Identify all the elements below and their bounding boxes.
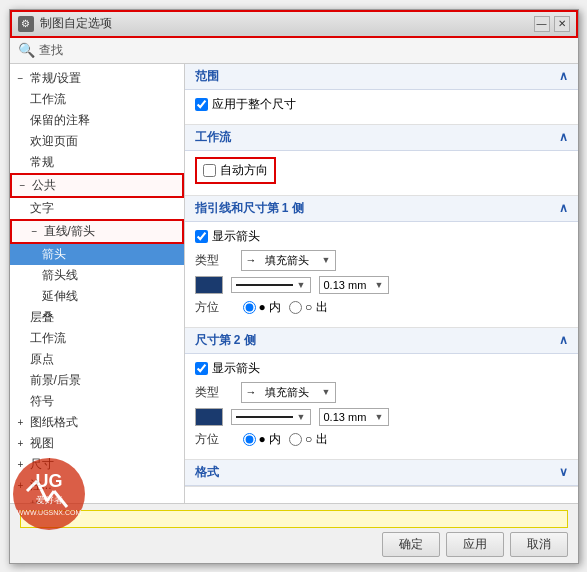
section-header-di1ce: 指引线和尺寸第 1 侧 ∧ [185,196,578,222]
expand-icon: + [18,480,28,491]
arrow-type2-select[interactable]: → 填充箭头 ▼ [241,382,336,403]
tree-item-ge[interactable]: + 格... [10,496,184,503]
tree-label: 欢迎页面 [30,133,78,150]
tree-item-changgui[interactable]: 常规 [10,152,184,173]
expand-icon: − [18,73,28,84]
dropdown-arrow-line2: ▼ [297,412,306,422]
section-title-fanwei: 范围 [195,68,219,85]
type2-row: 类型 → 填充箭头 ▼ [195,382,568,403]
dropdown-arrow-mm2: ▼ [375,412,384,422]
radio-chu2-input[interactable] [289,433,302,446]
tree-label: 层叠 [30,309,54,326]
chevron-up-icon-fanwei: ∧ [559,69,568,83]
tree-item-qianjing-houtai[interactable]: 前景/后景 [10,370,184,391]
section-title-gongzuoliu: 工作流 [195,129,231,146]
position1-label: 方位 [195,299,235,316]
tree-item-changgui-settings[interactable]: − 常规/设置 [10,68,184,89]
tree-label: 工作流 [30,330,66,347]
section-geshi: 格式 ∨ [185,460,578,487]
search-bar: 🔍 查找 [10,38,578,64]
color-swatch1[interactable] [195,276,223,294]
tree-item-yanshen-xian[interactable]: 延伸线 [10,286,184,307]
tree-item-tuzhigeshi[interactable]: + 图纸格式 [10,412,184,433]
tree-item-fuhao[interactable]: 符号 [10,391,184,412]
section-content-di1ce: 显示箭头 类型 → 填充箭头 ▼ ▼ [185,222,578,327]
mm1-select[interactable]: 0.13 mm ▼ [319,276,389,294]
radio-nei2-input[interactable] [243,433,256,446]
search-icon: 🔍 [18,42,35,58]
tree-item-gongzuoliu2[interactable]: 工作流 [10,328,184,349]
line-style1-select[interactable]: ▼ [231,277,311,293]
tree-label: 保留的注释 [30,112,90,129]
tree-label: 文字 [30,200,54,217]
tree-item-gonggong[interactable]: − 公共 [10,173,184,198]
mm2-select[interactable]: 0.13 mm ▼ [319,408,389,426]
section-title-geshi: 格式 [195,464,219,481]
tree-item-jiantou[interactable]: 箭头 [10,244,184,265]
show-arrow1-checkbox[interactable] [195,230,208,243]
tree-item-zhu[interactable]: + 注... [10,475,184,496]
position2-row: 方位 ● 内 ○ 出 [195,431,568,448]
section-content-gongzuoliu: 自动方向 [185,151,578,195]
tree-item-baocun-zhushi[interactable]: 保留的注释 [10,110,184,131]
tree-label: 延伸线 [42,288,78,305]
tree-item-wenzi[interactable]: 文字 [10,198,184,219]
minimize-button[interactable]: — [534,16,550,32]
title-bar-left: ⚙ 制图自定选项 [18,15,112,32]
arrow-type1-label: 填充箭头 [265,253,309,268]
tree-item-gongzuoliu[interactable]: 工作流 [10,89,184,110]
tree-label: 常规 [30,154,54,171]
close-button[interactable]: ✕ [554,16,570,32]
show-arrow2-checkbox[interactable] [195,362,208,375]
tree-item-shitu[interactable]: + 视图 [10,433,184,454]
auto-direction-row: 自动方向 [195,157,276,184]
ok-button[interactable]: 确定 [382,532,440,557]
dialog-icon: ⚙ [18,16,34,32]
section-content-fanwei: 应用于整个尺寸 [185,90,578,124]
line-hr2 [236,416,293,418]
dropdown-arrow-mm1: ▼ [375,280,384,290]
content-area: − 常规/设置 工作流 保留的注释 欢迎页面 常规 − 公共 文字 [10,64,578,503]
expand-icon: + [18,417,28,428]
mm2-value: 0.13 mm [324,411,367,423]
color-swatch2[interactable] [195,408,223,426]
chevron-up-icon-di1ce: ∧ [559,201,568,215]
section-di2ce: 尺寸第 2 侧 ∧ 显示箭头 类型 → 填充箭头 ▼ [185,328,578,460]
dropdown-arrow2: ▼ [322,387,331,397]
tree-label: 常规/设置 [30,70,81,87]
tree-item-huanying-yemian[interactable]: 欢迎页面 [10,131,184,152]
tree-label: 符号 [30,393,54,410]
tree-label: 视图 [30,435,54,452]
type2-label: 类型 [195,384,235,401]
radio-chu1: ○ 出 [289,299,328,316]
radio-nei2: ● 内 [243,431,282,448]
dropdown-arrow1: ▼ [322,255,331,265]
chevron-down-icon-geshi: ∨ [559,465,568,479]
tree-item-zhixian-jiantou[interactable]: − 直线/箭头 [10,219,184,244]
action-buttons: 确定 应用 取消 [20,532,568,557]
chevron-up-icon-di2ce: ∧ [559,333,568,347]
tree-item-yuandian[interactable]: 原点 [10,349,184,370]
arrow-type1-icon: → [246,254,257,266]
section-header-gongzuoliu: 工作流 ∧ [185,125,578,151]
auto-direction-label: 自动方向 [220,162,268,179]
arrow-type2-icon: → [246,386,257,398]
tree-item-jiantou-xian[interactable]: 箭头线 [10,265,184,286]
type1-row: 类型 → 填充箭头 ▼ [195,250,568,271]
section-title-di1ce: 指引线和尺寸第 1 侧 [195,200,304,217]
tree-label: 前景/后景 [30,372,81,389]
line-style2-select[interactable]: ▼ [231,409,311,425]
tree-item-chicun[interactable]: + 尺寸 [10,454,184,475]
arrow-type1-select[interactable]: → 填充箭头 ▼ [241,250,336,271]
apply-whole-size-checkbox[interactable] [195,98,208,111]
radio-chu1-input[interactable] [289,301,302,314]
auto-direction-checkbox[interactable] [203,164,216,177]
mm1-value: 0.13 mm [324,279,367,291]
bottom-bar: 确定 应用 取消 [10,503,578,563]
cancel-button[interactable]: 取消 [510,532,568,557]
expand-icon: − [20,180,30,191]
line-hr1 [236,284,293,286]
radio-nei1-input[interactable] [243,301,256,314]
apply-button[interactable]: 应用 [446,532,504,557]
tree-item-cengdie[interactable]: 层叠 [10,307,184,328]
